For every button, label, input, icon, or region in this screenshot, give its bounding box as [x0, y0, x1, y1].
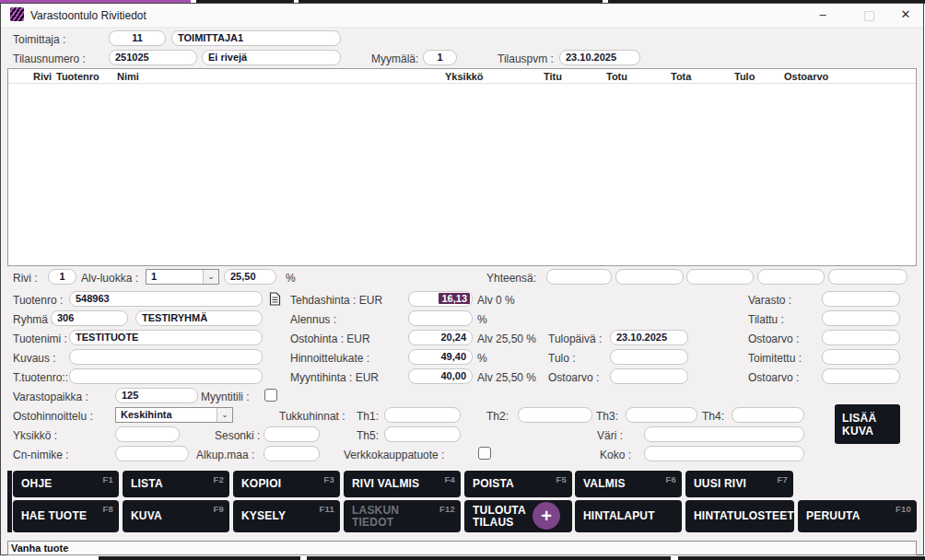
chevron-down-icon[interactable]: ⌄ [217, 408, 232, 422]
myymala-field[interactable]: 1 [423, 50, 457, 65]
tuotenro-field[interactable]: 548963 [69, 291, 263, 307]
button-label: KUVA [131, 510, 162, 522]
status-text: Vanha tuote [11, 542, 68, 554]
background-dark-strip [678, 556, 925, 560]
alv-percent-field[interactable]: 25,50 [224, 269, 276, 285]
kysely-button[interactable]: KYSELY F11 [233, 500, 340, 532]
kuva-button[interactable]: KUVA F9 [123, 500, 229, 532]
th4-field[interactable] [732, 407, 804, 423]
tulo-label: Tulo : [548, 352, 576, 365]
th5-field[interactable] [384, 426, 461, 442]
button-label: RIVI VALMIS [352, 478, 419, 490]
hinnoittelukate-label: Hinnoittelukate : [290, 352, 369, 365]
ryhma-code-field[interactable]: 306 [51, 310, 128, 326]
ostoarvo-mid-field[interactable] [610, 368, 688, 384]
ryhma-name-field[interactable]: TESTIRYHMÄ [135, 310, 263, 326]
screen: Varastoontulo Rivitiedot – ✕ Toimittaja … [0, 0, 925, 560]
cn-nimike-field[interactable] [115, 446, 189, 461]
close-button[interactable]: ✕ [892, 6, 919, 22]
koko-field[interactable] [644, 446, 804, 461]
ostoarvo-right1-field [822, 330, 900, 345]
tilauspvm-field[interactable]: 23.10.2025 [559, 50, 640, 65]
myyntihinta-field[interactable]: 40,00 [408, 368, 473, 384]
fkey-label: F7 [778, 473, 789, 485]
tilausnumero-field[interactable]: 251025 [109, 50, 197, 65]
button-label: OHJE [21, 478, 52, 490]
grid-col-nimi: Nimi [117, 71, 139, 82]
hae-tuote-button[interactable]: HAE TUOTE F8 [13, 500, 119, 532]
hinnoittelukate-unit-label: % [477, 352, 487, 365]
button-label: LISTA [131, 478, 163, 490]
myyntihinta-label: Myyntihinta : EUR [290, 371, 379, 384]
alkup-maa-field[interactable] [263, 446, 320, 461]
tilauspvm-label: Tilauspvm : [498, 52, 554, 65]
tukkuhinnat-label: Tukkuhinnat : [279, 410, 345, 423]
alv-luokka-select[interactable]: 1 ⌄ [146, 269, 219, 285]
uusi-rivi-button[interactable]: UUSI RIVI F7 [685, 471, 793, 497]
t-tuotenro-label: T.tuotenro:: [13, 371, 68, 384]
fkey-label: F9 [214, 503, 225, 515]
hinnoittelukate-field[interactable]: 49,40 [408, 349, 473, 365]
vari-field[interactable] [644, 426, 804, 442]
th2-field[interactable] [518, 407, 592, 423]
valmis-button[interactable]: VALMIS F6 [575, 471, 682, 497]
grid-col-tuotenro: Tuotenro [56, 71, 100, 82]
grid-col-titu: Titu [544, 71, 562, 82]
sesonki-field[interactable] [263, 426, 320, 442]
tuotenimi-field[interactable]: TESTITUOTE [69, 330, 263, 345]
chevron-down-icon[interactable]: ⌄ [203, 270, 218, 284]
tulo-field[interactable] [610, 349, 688, 365]
myymala-label: Myymälä: [371, 52, 418, 65]
alv-luokka-label: Alv-luokka : [81, 272, 138, 285]
button-label: VALMIS [583, 478, 626, 490]
button-label: PERUUTA [806, 510, 861, 522]
kuvaus-field[interactable] [69, 349, 263, 365]
hintatulosteet-button[interactable]: HINTATULOSTEET [685, 500, 794, 532]
myyntitili-checkbox[interactable] [264, 389, 277, 402]
varastopaikka-field[interactable]: 125 [115, 388, 198, 403]
th3-field[interactable] [626, 407, 697, 423]
toimittaja-name-field[interactable]: TOIMITTAJA1 [171, 30, 341, 46]
fkey-label: F5 [556, 473, 568, 485]
th1-field[interactable] [384, 407, 461, 423]
plus-icon[interactable]: + [533, 502, 560, 530]
fkey-label: F11 [320, 503, 334, 515]
verkkokauppatuote-label: Verkkokauppatuote : [344, 449, 444, 461]
yksikko-field[interactable] [115, 426, 180, 442]
vari-label: Väri : [597, 429, 623, 442]
ryhma-label: Ryhmä : [13, 313, 54, 326]
verkkokauppatuote-checkbox[interactable] [478, 447, 491, 460]
ostohinnoittelu-select[interactable]: Keskihinta ⌄ [115, 407, 233, 423]
tulopaiva-field[interactable]: 23.10.2025 [610, 330, 688, 345]
toimittaja-code-field[interactable]: 11 [109, 30, 166, 46]
button-label: HINTALAPUT [583, 510, 655, 522]
fkey-label: F4 [445, 473, 456, 485]
poista-button[interactable]: POISTA F5 [464, 471, 572, 497]
fkey-label: F8 [103, 503, 114, 515]
t-tuotenro-field[interactable] [69, 368, 263, 384]
lista-button[interactable]: LISTA F2 [123, 471, 229, 497]
ohje-button[interactable]: OHJE F1 [13, 471, 119, 497]
kopioi-button[interactable]: KOPIOI F3 [233, 471, 340, 497]
product-card-icon[interactable] [269, 292, 281, 306]
rivi-field[interactable]: 1 [48, 269, 76, 285]
minimize-button[interactable]: – [809, 6, 837, 22]
order-rows-grid[interactable] [7, 68, 917, 266]
tilausnumero-status-field[interactable]: Ei rivejä [202, 50, 341, 65]
hintalaput-button[interactable]: HINTALAPUT [575, 500, 682, 532]
peruuta-button[interactable]: PERUUTA F10 [798, 500, 917, 532]
grid-col-rivi: Rivi [33, 71, 52, 82]
ostohinta-field[interactable]: 20,24 [408, 330, 473, 345]
rivi-valmis-button[interactable]: RIVI VALMIS F4 [344, 471, 461, 497]
yhteensa-label: Yhteensä: [486, 272, 536, 285]
laskun-tiedot-button[interactable]: LASKUN TIEDOT F12 [344, 500, 461, 532]
yhteensa-total-field [757, 269, 825, 285]
alennus-field[interactable] [408, 310, 473, 326]
tulopaiva-label: Tulopäivä : [548, 332, 602, 345]
tehdashinta-field[interactable]: 16,13 [408, 291, 473, 307]
th5-label: Th5: [357, 429, 379, 442]
maximize-button[interactable] [864, 11, 874, 21]
tehdashinta-selected-value: 16,13 [439, 293, 470, 304]
yhteensa-total-field [686, 269, 754, 285]
lisaa-kuva-button[interactable]: LISÄÄ KUVA [835, 404, 900, 444]
